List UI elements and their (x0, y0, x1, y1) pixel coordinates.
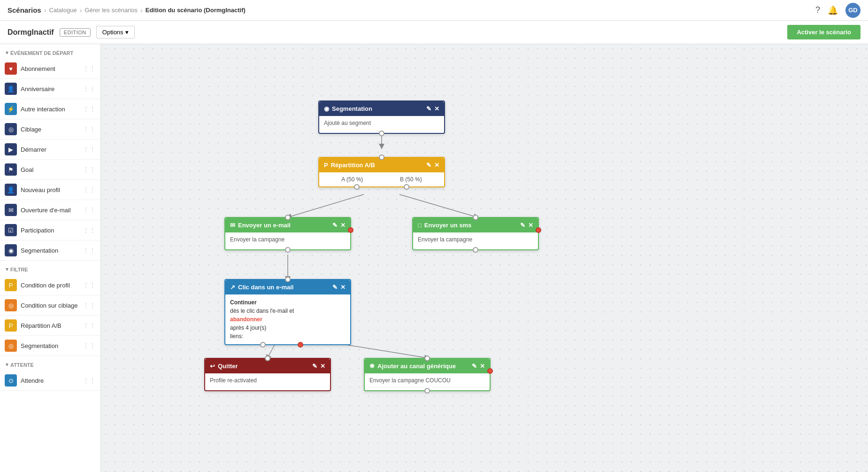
sidebar-item-label: Nouveau profil (21, 186, 79, 193)
help-icon[interactable]: ? (815, 5, 820, 15)
sidebar-item-label: Condition sur ciblage (21, 302, 79, 309)
sidebar-item-demarrer[interactable]: ▶ Démarrer ⋮⋮ (0, 139, 100, 160)
red-connector[interactable] (536, 227, 541, 233)
sep3: › (140, 7, 143, 14)
options-button[interactable]: Options ▾ (96, 26, 135, 39)
main-layout: ▾ ÉVÉNEMENT DE DÉPART ♥ Abonnement ⋮⋮ 👤 … (0, 44, 868, 472)
drag-handle: ⋮⋮ (83, 146, 96, 153)
sidebar-item-segmentation-filtre[interactable]: ◎ Segmentation ⋮⋮ (0, 336, 100, 356)
drag-handle: ⋮⋮ (83, 186, 96, 193)
node-repartition[interactable]: P Répartition A/B ✎ ✕ A (50 %) B (50 %) (318, 157, 445, 187)
sidebar-section-attente: ▾ ATTENTE (0, 356, 100, 371)
top-connector[interactable] (285, 277, 291, 282)
bottom-connector[interactable] (379, 131, 384, 136)
sidebar-item-nouveau-profil[interactable]: 👤 Nouveau profil ⋮⋮ (0, 180, 100, 200)
activate-button[interactable]: Activer le scénario (787, 25, 860, 39)
close-icon[interactable]: ✕ (340, 222, 346, 229)
repartition-node-body: A (50 %) B (50 %) (319, 172, 444, 186)
bottom-connector[interactable] (473, 247, 478, 253)
edit-icon[interactable]: ✎ (332, 222, 338, 229)
ajouter-node-icon: ❋ (369, 363, 375, 370)
bottom-connector[interactable] (285, 247, 291, 253)
scenario-canvas[interactable]: ◉ Segmentation ✎ ✕ Ajouté au segment P R… (101, 44, 868, 472)
clic-node-title: Clic dans un e-mail (238, 284, 293, 291)
right-bottom-connector[interactable] (404, 184, 409, 190)
attendre-icon: ⊙ (5, 374, 17, 387)
anniversaire-icon: 👤 (5, 83, 17, 95)
avatar[interactable]: GD (845, 3, 860, 18)
sidebar-item-label: Condition de profil (21, 282, 79, 289)
sidebar-item-participation[interactable]: ☑ Participation ⋮⋮ (0, 220, 100, 240)
quitter-node-body: Profile re-activated (205, 373, 330, 390)
top-connector[interactable] (379, 155, 384, 160)
edit-icon[interactable]: ✎ (332, 284, 338, 291)
clic-desc1: dès le clic dans l'e-mail et (230, 308, 294, 314)
ouverture-email-icon: ✉ (5, 204, 17, 216)
sidebar-item-abonnement[interactable]: ♥ Abonnement ⋮⋮ (0, 59, 100, 79)
red-connector[interactable] (487, 368, 493, 374)
sidebar-item-label: Anniversaire (21, 85, 79, 93)
nouveau-profil-icon: 👤 (5, 184, 17, 196)
app-title: Scénarios (8, 6, 41, 14)
participation-icon: ☑ (5, 224, 17, 236)
edit-icon[interactable]: ✎ (312, 363, 317, 370)
repartition-node-icon: P (324, 162, 328, 169)
top-connector[interactable] (424, 356, 430, 361)
node-segmentation[interactable]: ◉ Segmentation ✎ ✕ Ajouté au segment (318, 101, 445, 134)
close-icon[interactable]: ✕ (480, 363, 485, 370)
red-connector[interactable] (298, 342, 303, 348)
edit-icon[interactable]: ✎ (426, 162, 431, 169)
sidebar-item-segmentation[interactable]: ◉ Segmentation ⋮⋮ (0, 240, 100, 261)
bottom-left-connector[interactable] (260, 342, 266, 348)
breadcrumb: Scénarios › Catalogue › Gérer les scénar… (8, 6, 246, 14)
sidebar-item-condition-profil[interactable]: P Condition de profil ⋮⋮ (0, 275, 100, 295)
sidebar-item-ciblage[interactable]: ◎ Ciblage ⋮⋮ (0, 119, 100, 139)
close-icon[interactable]: ✕ (434, 162, 439, 169)
svg-line-1 (289, 194, 364, 217)
notification-icon[interactable]: 🔔 (828, 5, 838, 15)
close-icon[interactable]: ✕ (434, 105, 439, 112)
top-connector[interactable] (473, 215, 478, 220)
repartition-icon: P (5, 319, 17, 332)
node-email[interactable]: ✉ Envoyer un e-mail ✎ ✕ Envoyer la campa… (224, 217, 351, 250)
sidebar-item-anniversaire[interactable]: 👤 Anniversaire ⋮⋮ (0, 79, 100, 99)
red-connector[interactable] (348, 227, 353, 233)
drag-handle: ⋮⋮ (83, 166, 96, 173)
breadcrumb-gerer[interactable]: Gérer les scénarios (84, 7, 138, 14)
edit-icon[interactable]: ✎ (472, 363, 477, 370)
repartition-a-label: A (50 %) (341, 176, 363, 183)
top-connector[interactable] (265, 356, 270, 361)
condition-profil-icon: P (5, 279, 17, 291)
segmentation-filtre-icon: ◎ (5, 340, 17, 352)
sidebar-item-condition-ciblage[interactable]: ◎ Condition sur ciblage ⋮⋮ (0, 295, 100, 316)
sidebar-item-ouverture-email[interactable]: ✉ Ouverture d'e-mail ⋮⋮ (0, 200, 100, 220)
sidebar-item-label: Répartition A/B (21, 322, 79, 329)
top-navigation: Scénarios › Catalogue › Gérer les scénar… (0, 0, 868, 21)
node-quitter[interactable]: ↩ Quitter ✎ ✕ Profile re-activated (204, 358, 331, 391)
close-icon[interactable]: ✕ (320, 363, 325, 370)
close-icon[interactable]: ✕ (528, 222, 533, 229)
segmentation-node-title: Segmentation (332, 105, 372, 112)
svg-line-2 (399, 194, 476, 217)
sidebar-item-repartition[interactable]: P Répartition A/B ⋮⋮ (0, 316, 100, 336)
edit-icon[interactable]: ✎ (520, 222, 525, 229)
drag-handle: ⋮⋮ (83, 281, 96, 289)
sidebar-item-goal[interactable]: ⚑ Goal ⋮⋮ (0, 160, 100, 180)
sidebar-item-autre-interaction[interactable]: ⚡ Autre interaction ⋮⋮ (0, 99, 100, 119)
node-clic[interactable]: ↗ Clic dans un e-mail ✎ ✕ Continuer dès … (224, 279, 351, 345)
drag-handle: ⋮⋮ (83, 206, 96, 214)
left-bottom-connector[interactable] (354, 184, 360, 190)
close-icon[interactable]: ✕ (340, 284, 346, 291)
edit-icon[interactable]: ✎ (426, 105, 431, 112)
sidebar-item-attendre[interactable]: ⊙ Attendre ⋮⋮ (0, 371, 100, 391)
toolbar: DormgInactif EDITION Options ▾ Activer l… (0, 21, 868, 44)
node-sms[interactable]: □ Envoyer un sms ✎ ✕ Envoyer la campagne (412, 217, 539, 250)
breadcrumb-catalogue[interactable]: Catalogue (49, 7, 77, 14)
top-connector[interactable] (285, 215, 291, 220)
sep1: › (44, 7, 46, 14)
node-ajouter[interactable]: ❋ Ajouter au canal générique ✎ ✕ Envoyer… (364, 358, 491, 391)
email-node-icon: ✉ (230, 222, 235, 229)
sidebar-item-label: Goal (21, 166, 79, 173)
bottom-connector[interactable] (424, 388, 430, 394)
clic-node-body: Continuer dès le clic dans l'e-mail et a… (225, 294, 350, 344)
